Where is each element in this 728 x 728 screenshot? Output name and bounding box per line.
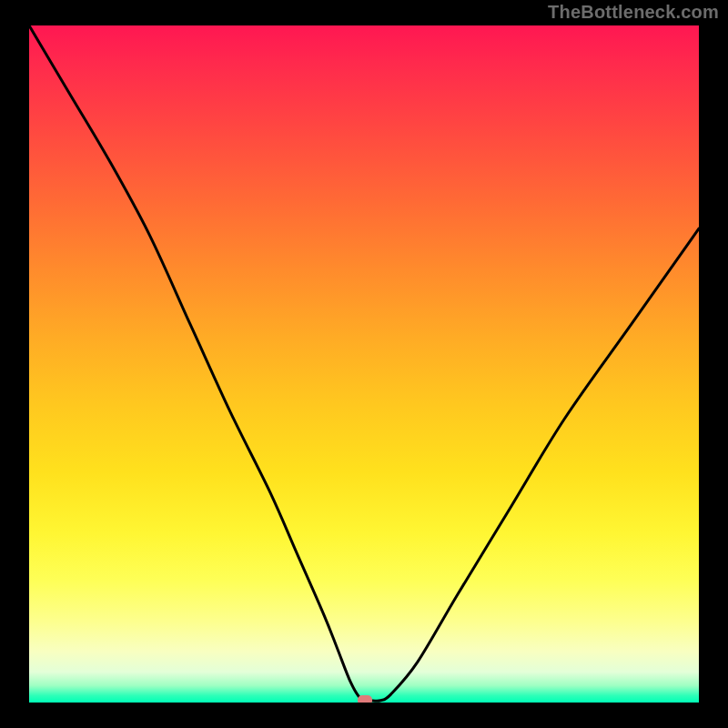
bottleneck-curve: [29, 25, 699, 701]
curve-layer: [29, 25, 699, 703]
chart-frame: TheBottleneck.com: [0, 0, 728, 728]
watermark-text: TheBottleneck.com: [548, 2, 719, 23]
optimum-marker: [358, 695, 372, 703]
plot-area: [29, 25, 699, 703]
